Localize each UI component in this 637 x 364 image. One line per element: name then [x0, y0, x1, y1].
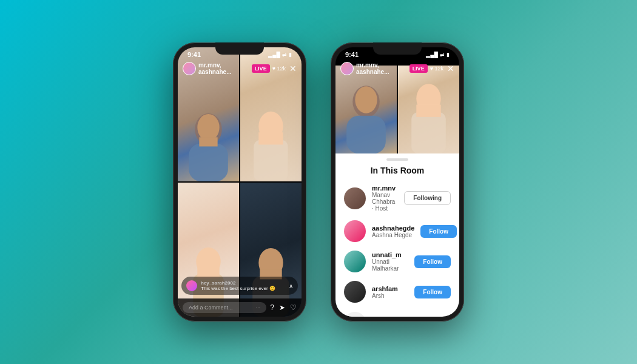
video-cell-3	[178, 183, 239, 317]
room-sub-2: Aashna Hegde	[372, 232, 414, 238]
signal-icon-right: ▂▄█	[426, 52, 438, 58]
follow-button-4[interactable]: Follow	[414, 286, 451, 298]
room-sub-1: Manav Chhabra · Host	[372, 192, 398, 212]
bottom-icons: ? ➤ ♡	[270, 303, 297, 312]
viewer-count-left: ♥ 12k	[272, 66, 286, 72]
room-item-4: arshfam Arsh Follow	[335, 277, 459, 307]
svg-rect-5	[254, 140, 288, 181]
status-bar-right: 9:41 ▂▄█ ⇌ ▮	[335, 47, 459, 59]
close-button-left[interactable]: ✕	[289, 64, 297, 73]
viewer-count-right: ♥ 12k	[430, 66, 443, 72]
room-info-1: mr.mnv Manav Chhabra · Host	[372, 184, 398, 212]
send-icon[interactable]: ➤	[279, 303, 285, 312]
svg-rect-14	[346, 116, 386, 154]
svg-rect-17	[411, 112, 446, 154]
svg-rect-1	[189, 143, 228, 181]
room-avatar-2	[344, 220, 366, 242]
comment-placeholder: Add a Comment...	[189, 305, 233, 311]
time-right: 9:41	[345, 51, 359, 58]
help-icon[interactable]: ?	[270, 303, 274, 312]
room-item-2: aashnahegde Aashna Hegde Follow	[335, 216, 459, 246]
wifi-icon-right: ⇌	[440, 52, 445, 58]
room-name-3: unnati_m	[372, 251, 408, 258]
room-info-2: aashnahegde Aashna Hegde	[372, 224, 414, 238]
room-name-4: arshfam	[372, 285, 408, 292]
room-avatar-1	[344, 187, 366, 209]
comment-text-wrap: hey_sarah2002 This was the best surprise…	[201, 280, 285, 291]
room-name-1: mr.mnv	[372, 184, 398, 192]
battery-icon-right: ▮	[447, 52, 450, 58]
svg-rect-3	[199, 137, 217, 146]
live-badge-right: LIVE	[410, 64, 428, 73]
follow-button-3[interactable]: Follow	[414, 255, 451, 268]
username-right: mr.mnv, aashnahe...	[356, 62, 410, 75]
comment-input[interactable]: Add a Comment... ···	[183, 302, 266, 313]
bottom-bar-left: Add a Comment... ··· ? ➤ ♡	[178, 298, 302, 317]
comment-avatar	[186, 280, 197, 291]
room-info-3: unnati_m Unnati Malharkar	[372, 251, 408, 272]
room-panel: In This Room mr.mnv Manav Chhabra · Host…	[335, 153, 459, 317]
status-icons-right: ▂▄█ ⇌ ▮	[426, 52, 450, 58]
room-avatar-4	[344, 281, 366, 303]
live-badge-left: LIVE	[252, 64, 270, 73]
dots-icon: ···	[256, 305, 261, 311]
svg-point-2	[197, 114, 219, 141]
room-name-2: aashnahegde	[372, 224, 414, 232]
video-cell-4	[240, 183, 302, 317]
request-join-icon	[344, 312, 366, 317]
notch-left	[215, 42, 264, 55]
phone-left: 9:41 ▂▄█ ⇌ ▮ mr.mnv, aashnahe... LIVE ♥ …	[173, 42, 306, 322]
heart-icon[interactable]: ♡	[290, 303, 297, 312]
phone-right: 9:41 ▂▄█ ⇌ ▮ mr.mnv, aashnahe... LIVE ♥ …	[331, 42, 464, 322]
comment-message: This was the best surprise ever 😊	[201, 286, 285, 291]
svg-point-15	[355, 86, 377, 113]
follow-button-2[interactable]: Follow	[420, 225, 457, 238]
comment-username: hey_sarah2002	[201, 280, 285, 286]
avatar-left	[183, 62, 196, 75]
request-join-row[interactable]: Request to Join	[335, 307, 459, 317]
room-avatar-3	[344, 251, 366, 272]
room-sub-4: Arsh	[372, 292, 408, 299]
panel-title: In This Room	[335, 163, 459, 180]
username-left: mr.mnv, aashnahe...	[198, 62, 252, 75]
room-info-4: arshfam Arsh	[372, 285, 408, 299]
comments-overlay: hey_sarah2002 This was the best surprise…	[181, 277, 298, 295]
chevron-up-icon: ∧	[289, 283, 293, 289]
follow-button-1[interactable]: Following	[404, 191, 451, 205]
svg-rect-6	[258, 132, 283, 144]
room-item-1: mr.mnv Manav Chhabra · Host Following	[335, 180, 459, 216]
room-sub-3: Unnati Malharkar	[372, 258, 408, 272]
close-button-right[interactable]: ✕	[447, 64, 454, 73]
room-item-3: unnati_m Unnati Malharkar Follow	[335, 246, 459, 277]
panel-handle	[386, 158, 408, 161]
avatar-right	[340, 62, 354, 75]
screen-right: 9:41 ▂▄█ ⇌ ▮ mr.mnv, aashnahe... LIVE ♥ …	[335, 47, 459, 317]
room-list: mr.mnv Manav Chhabra · Host Following aa…	[335, 180, 459, 317]
svg-rect-18	[416, 105, 440, 117]
screen-left: 9:41 ▂▄█ ⇌ ▮ mr.mnv, aashnahe... LIVE ♥ …	[178, 47, 302, 317]
